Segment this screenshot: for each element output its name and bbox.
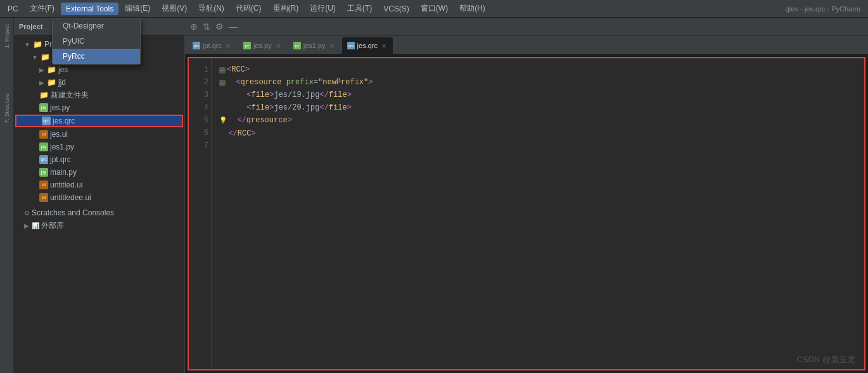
left-sidebar: 1: Project 7: Structure [0, 18, 14, 373]
fold-btn-2[interactable]: - [219, 80, 226, 86]
qrc-icon: qrc [42, 117, 51, 125]
ui-icon: ui [39, 193, 48, 202]
settings-icon[interactable]: ⚙ [215, 22, 224, 32]
menu-pc[interactable]: PC [3, 3, 23, 15]
menu-view[interactable]: 视图(V) [156, 1, 192, 16]
tree-untitled-ui[interactable]: ui untitled.ui [14, 179, 184, 191]
dropdown-pyrcc[interactable]: PyRcc [53, 49, 140, 64]
menu-external-tools[interactable]: External Tools [61, 3, 118, 15]
sidebar-structure-label[interactable]: 7: Structure [3, 91, 11, 126]
code-editor[interactable]: 1 2 3 4 5 6 7 -<RCC> - <qresource prefix… [188, 57, 865, 370]
tree-label: jes1.py [50, 142, 74, 151]
external-tools-dropdown: Qt-Designer PyUIC PyRcc [52, 18, 141, 65]
tree-label: untitled.ui [50, 180, 82, 189]
tab-icon-jes1-py: py [293, 42, 301, 49]
arrow-icon: ▶ [24, 222, 29, 229]
menu-edit[interactable]: 编辑(E) [120, 1, 155, 16]
menu-help[interactable]: 帮助(H) [454, 1, 490, 16]
main-layout: 1: Project 7: Structure Project ▼ 📁 Proj… [0, 18, 868, 373]
tab-close-jpt-qrc[interactable]: ✕ [226, 42, 231, 49]
tree-label: jes.py [50, 103, 70, 112]
file-tree: ▼ 📁 Proje... ▼ 📁 qtes DRqtes ▶ 📁 jes ▶ 📁 [14, 35, 184, 373]
app-title: qtes - jes.qrc - PyCharm [780, 3, 865, 15]
code-content[interactable]: -<RCC> - <qresource prefix="newPrefix"> … [212, 58, 864, 369]
folder-icon: 📁 [47, 65, 56, 74]
add-icon[interactable]: ⊕ [190, 22, 198, 32]
sort-icon[interactable]: ⇅ [203, 22, 210, 32]
menu-window[interactable]: 窗口(W) [416, 1, 453, 16]
menu-code[interactable]: 代码(C) [231, 1, 267, 16]
folder-icon: 📁 [47, 78, 56, 87]
tree-label-qrc: jes.qrc [53, 117, 75, 125]
tree-label: jes.ui [50, 130, 68, 139]
folder-icon: 📁 [33, 40, 42, 49]
tree-new-folder[interactable]: 📁 新建文件夹 [14, 89, 184, 101]
tree-main-py[interactable]: py main.py [14, 166, 184, 179]
tree-jes-py[interactable]: py jes.py [14, 101, 184, 114]
arrow-icon: ▶ [39, 66, 44, 73]
tree-jes1-py[interactable]: py jes1.py [14, 141, 184, 153]
tab-icon-jpt-qrc: qrc [193, 42, 200, 49]
tree-jes-folder[interactable]: ▶ 📁 jes [14, 63, 184, 76]
tree-jjd-folder[interactable]: ▶ 📁 jjd [14, 76, 184, 89]
tab-label-jes-py: jes.py [253, 42, 272, 49]
lib-label: 外部库 [41, 220, 64, 231]
menu-run[interactable]: 运行(U) [305, 1, 341, 16]
menu-navigate[interactable]: 导航(N) [193, 1, 229, 16]
tree-label: jjd [58, 78, 66, 87]
menu-bar: PC 文件(F) External Tools 编辑(E) 视图(V) 导航(N… [0, 0, 868, 18]
py-icon: py [39, 103, 48, 112]
py-icon: py [39, 142, 48, 151]
project-panel-title: Project [19, 23, 42, 30]
menu-file[interactable]: 文件(F) [25, 1, 60, 16]
tab-jes1-py[interactable]: py jes1.py ✕ [288, 37, 341, 54]
tree-external-lib[interactable]: ▶ 📊 外部库 [14, 219, 184, 232]
dropdown-pyuic[interactable]: PyUIC [53, 34, 140, 49]
scratches-label: Scratches and Consoles [32, 208, 114, 217]
tree-jes-ui[interactable]: ui jes.ui [14, 128, 184, 141]
watermark: CSDN @枭玉龙 [796, 354, 855, 365]
tree-jes-qrc[interactable]: qrc jes.qrc [15, 115, 183, 127]
tree-scratches[interactable]: ⚙ Scratches and Consoles [14, 206, 184, 219]
folder-icon: 📁 [39, 91, 49, 99]
tab-jpt-qrc[interactable]: qrc jpt.qrc ✕ [188, 37, 237, 54]
minimize-icon[interactable]: — [229, 22, 238, 32]
tab-label-jes1-py: jes1.py [303, 42, 326, 49]
menu-tools[interactable]: 工具(T) [342, 1, 377, 16]
qrc-icon: qrc [39, 155, 48, 164]
tab-close-jes-qrc[interactable]: ✕ [381, 42, 386, 49]
tree-label: jes [58, 65, 68, 74]
ui-icon: ui [39, 130, 48, 139]
arrow-icon: ▶ [39, 79, 44, 86]
tab-jes-py[interactable]: py jes.py ✕ [238, 37, 287, 54]
arrow-icon: ▼ [32, 54, 38, 61]
editor-tabs: qrc jpt.qrc ✕ py jes.py ✕ py jes1.py ✕ q… [185, 35, 868, 54]
menu-vcs[interactable]: VCS(S) [378, 3, 414, 15]
project-panel: Project ▼ 📁 Proje... ▼ 📁 qtes DRqtes ▶ 📁… [14, 18, 185, 373]
tab-icon-jes-qrc: qrc [347, 42, 355, 49]
folder-icon: 📁 [41, 53, 50, 61]
tab-label-jes-qrc: jes.qrc [357, 42, 378, 49]
tab-close-jes-py[interactable]: ✕ [276, 42, 281, 49]
tree-untitledee-ui[interactable]: ui untitledee.ui [14, 191, 184, 204]
tree-label: jpt.qrc [50, 155, 71, 164]
dropdown-qt-designer[interactable]: Qt-Designer [53, 18, 140, 34]
line-numbers: 1 2 3 4 5 6 7 [189, 58, 212, 369]
fold-btn-1[interactable]: - [219, 67, 226, 73]
editor-toolbar: ⊕ ⇅ ⚙ — [185, 18, 868, 35]
tab-close-jes1-py[interactable]: ✕ [329, 42, 335, 49]
menu-refactor[interactable]: 重构(R) [268, 1, 304, 16]
tree-label: 新建文件夹 [51, 90, 89, 101]
lib-icon: 📊 [32, 222, 39, 229]
tree-label: main.py [50, 168, 77, 177]
tab-icon-jes-py: py [243, 42, 251, 49]
tree-jpt-qrc[interactable]: qrc jpt.qrc [14, 153, 184, 166]
editor-area: ⊕ ⇅ ⚙ — qrc jpt.qrc ✕ py jes.py ✕ py jes… [185, 18, 868, 373]
tree-label: untitledee.ui [50, 193, 91, 202]
py-icon: py [39, 168, 48, 177]
sidebar-project-label[interactable]: 1: Project [3, 22, 11, 51]
tab-label-jpt-qrc: jpt.qrc [203, 42, 222, 49]
tab-jes-qrc[interactable]: qrc jes.qrc ✕ [342, 37, 393, 54]
arrow-icon: ▼ [24, 41, 30, 48]
ui-icon: ui [39, 180, 48, 189]
